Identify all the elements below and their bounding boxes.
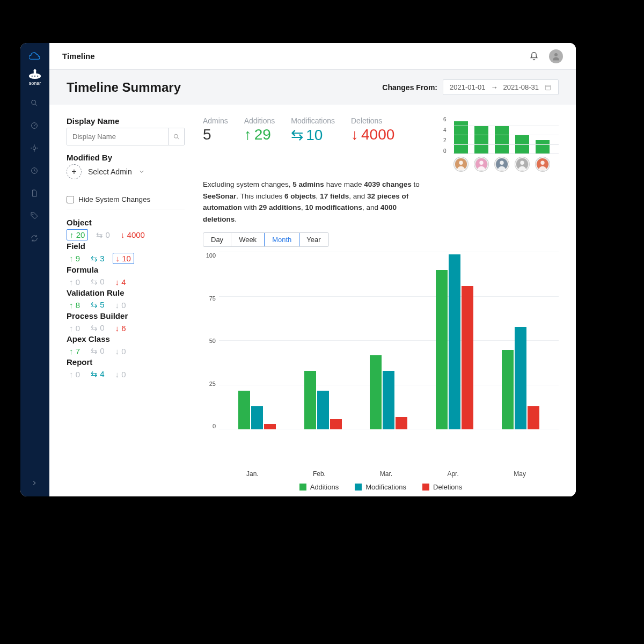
bar-group — [430, 254, 479, 430]
category-modifications[interactable]: ⇆ 5 — [88, 299, 107, 310]
document-icon[interactable] — [30, 189, 40, 199]
bar-mod — [317, 391, 329, 430]
admin-avatar[interactable] — [474, 157, 488, 171]
main-chart: 1007550250 Jan.Feb.Mar.Apr.May Additions… — [203, 252, 559, 491]
date-to: 2021-08-31 — [503, 83, 539, 91]
category-additions[interactable]: ↑ 0 — [67, 276, 83, 287]
category-deletions[interactable]: ↓ 10 — [113, 253, 134, 264]
user-avatar-icon[interactable] — [549, 49, 563, 63]
category-name: Object — [67, 218, 185, 227]
cloud-icon[interactable] — [29, 49, 41, 61]
bar-mod — [383, 371, 394, 429]
category-deletions[interactable]: ↓ 0 — [113, 346, 129, 356]
bar-mod — [515, 327, 526, 429]
admin-avatar[interactable] — [454, 157, 468, 171]
bar-add — [238, 391, 250, 430]
category-additions[interactable]: ↑ 8 — [67, 299, 83, 310]
target-icon[interactable] — [30, 144, 40, 153]
bar-add — [304, 371, 316, 429]
svg-rect-17 — [545, 85, 550, 90]
svg-point-28 — [520, 161, 524, 165]
category-field: Field ↑ 9 ⇆ 3 ↓ 10 — [67, 241, 185, 264]
clock-icon[interactable] — [30, 166, 40, 176]
category-additions[interactable]: ↑ 9 — [67, 253, 83, 264]
refresh-icon[interactable] — [30, 234, 40, 244]
bar-del — [528, 406, 539, 429]
category-modifications[interactable]: ⇆ 4 — [88, 369, 107, 379]
category-deletions[interactable]: ↓ 4 — [113, 276, 129, 287]
category-name: Validation Rule — [67, 288, 185, 297]
date-range-input[interactable]: 2021-01-01 → 2021-08-31 — [443, 79, 559, 95]
svg-point-22 — [459, 161, 463, 165]
metric-admins-label: Admins — [203, 116, 228, 125]
category-additions[interactable]: ↑ 0 — [67, 323, 83, 333]
category-deletions[interactable]: ↓ 6 — [113, 323, 129, 333]
search-button[interactable] — [168, 128, 184, 145]
sidebar: sonar — [20, 43, 49, 496]
metric-modifications: Modifications ⇆10 — [291, 116, 335, 144]
bar-add — [436, 270, 448, 429]
summary-title: Timeline Summary — [67, 80, 181, 95]
bar-del — [462, 286, 473, 429]
legend-modifications: Modifications — [355, 483, 406, 491]
category-object: Object ↑ 20 ⇆ 0 ↓ 4000 — [67, 218, 185, 240]
search-icon[interactable] — [30, 99, 40, 108]
tab-week[interactable]: Week — [231, 233, 265, 246]
category-modifications[interactable]: ⇆ 0 — [93, 229, 113, 240]
bar-mod — [251, 406, 263, 429]
admin-avatar[interactable] — [515, 157, 529, 171]
category-deletions[interactable]: ↓ 4000 — [118, 229, 148, 240]
x-axis-label: May — [496, 470, 544, 478]
summary-panel: Admins 5 Additions ↑29 Modifications ⇆10… — [203, 116, 559, 491]
category-additions[interactable]: ↑ 0 — [67, 369, 83, 379]
admin-avatar[interactable] — [536, 157, 550, 171]
bar-group — [299, 371, 347, 429]
metric-deletions-label: Deletions — [351, 116, 394, 125]
hide-system-label: Hide System Changes — [78, 195, 150, 203]
filters-panel: Display Name Modified By + Select Admin — [67, 116, 185, 491]
category-deletions[interactable]: ↓ 0 — [113, 369, 129, 379]
metric-admins: Admins 5 — [203, 116, 228, 143]
svg-point-15 — [32, 214, 33, 215]
admin-avatar[interactable] — [495, 157, 509, 171]
svg-point-30 — [540, 161, 544, 165]
category-name: Process Builder — [67, 311, 185, 320]
content: Display Name Modified By + Select Admin — [49, 105, 576, 496]
dashboard-icon[interactable] — [30, 121, 40, 131]
category-modifications[interactable]: ⇆ 3 — [88, 253, 107, 264]
select-admin-button[interactable]: + Select Admin — [67, 164, 185, 179]
bell-icon[interactable] — [529, 51, 539, 62]
svg-point-6 — [32, 100, 36, 105]
plus-icon: + — [67, 164, 82, 179]
category-additions[interactable]: ↑ 20 — [67, 229, 88, 240]
select-admin-text: Select Admin — [88, 167, 132, 176]
category-deletions[interactable]: ↓ 0 — [113, 299, 129, 310]
metric-additions-label: Additions — [244, 116, 275, 125]
date-range: Changes From: 2021-01-01 → 2021-08-31 — [382, 79, 559, 95]
tag-icon[interactable] — [30, 211, 40, 221]
category-modifications[interactable]: ⇆ 0 — [88, 323, 107, 333]
category-formula: Formula ↑ 0 ⇆ 0 ↓ 4 — [67, 265, 185, 287]
expand-sidebar-icon[interactable] — [31, 479, 39, 488]
display-name-search — [67, 128, 185, 145]
modified-by-label: Modified By — [67, 153, 185, 162]
bar-add — [370, 355, 382, 430]
category-additions[interactable]: ↑ 7 — [67, 346, 83, 356]
legend-deletions: Deletions — [422, 483, 462, 491]
hide-system-checkbox[interactable] — [67, 196, 74, 203]
tab-month[interactable]: Month — [264, 232, 299, 247]
display-name-input[interactable] — [67, 128, 168, 145]
main: Timeline Timeline Summary Changes From: … — [49, 43, 576, 496]
bar-group — [233, 391, 281, 430]
page-title: Timeline — [62, 52, 95, 61]
category-report: Report ↑ 0 ⇆ 4 ↓ 0 — [67, 357, 185, 379]
category-modifications[interactable]: ⇆ 0 — [88, 276, 107, 287]
metric-additions: Additions ↑29 — [244, 116, 275, 143]
category-name: Formula — [67, 265, 185, 274]
tab-year[interactable]: Year — [299, 233, 328, 246]
summary-description: Excluding system changes, 5 admins have … — [203, 179, 428, 225]
metric-modifications-value: ⇆10 — [291, 126, 335, 144]
category-modifications[interactable]: ⇆ 0 — [88, 346, 107, 356]
arrow-down-icon: ↓ — [351, 126, 358, 143]
tab-day[interactable]: Day — [203, 233, 231, 246]
